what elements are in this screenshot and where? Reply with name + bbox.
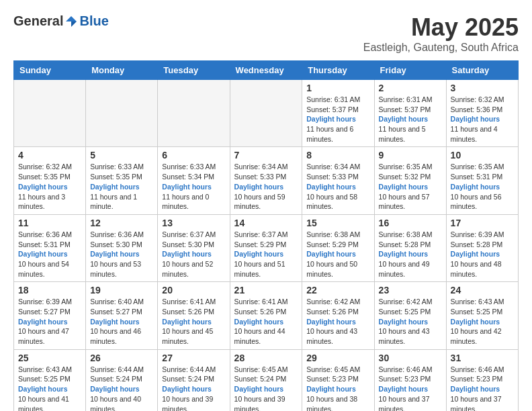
page-header: General Blue May 2025 Eastleigh, Gauteng… (13, 13, 519, 54)
day-info: Sunrise: 6:33 AMSunset: 5:35 PMDaylight … (90, 162, 153, 211)
day-info: Sunrise: 6:34 AMSunset: 5:33 PMDaylight … (306, 162, 369, 211)
day-info: Sunrise: 6:40 AMSunset: 5:27 PMDaylight … (90, 297, 153, 346)
daylight-label: Daylight hours (18, 250, 68, 258)
daylight-label: Daylight hours (306, 115, 356, 123)
daylight-label: Daylight hours (18, 318, 68, 326)
daylight-label: Daylight hours (162, 183, 212, 191)
day-number: 7 (234, 150, 298, 161)
day-info: Sunrise: 6:41 AMSunset: 5:26 PMDaylight … (234, 297, 298, 346)
day-info: Sunrise: 6:45 AMSunset: 5:24 PMDaylight … (234, 365, 298, 411)
day-info: Sunrise: 6:38 AMSunset: 5:29 PMDaylight … (306, 230, 369, 279)
logo: General Blue (13, 13, 109, 29)
daylight-label: Daylight hours (306, 385, 356, 393)
calendar-cell: 29Sunrise: 6:45 AMSunset: 5:23 PMDayligh… (302, 349, 374, 411)
day-info: Sunrise: 6:36 AMSunset: 5:31 PMDaylight … (18, 230, 81, 279)
daylight-label: Daylight hours (90, 318, 140, 326)
daylight-label: Daylight hours (234, 250, 284, 258)
day-info: Sunrise: 6:39 AMSunset: 5:27 PMDaylight … (18, 297, 81, 346)
calendar-cell: 13Sunrise: 6:37 AMSunset: 5:30 PMDayligh… (158, 214, 230, 281)
calendar-cell (158, 80, 230, 147)
day-number: 30 (379, 353, 442, 363)
day-number: 24 (451, 285, 514, 295)
daylight-label: Daylight hours (90, 250, 140, 258)
day-info: Sunrise: 6:35 AMSunset: 5:32 PMDaylight … (379, 162, 442, 211)
day-number: 22 (306, 285, 369, 295)
calendar-cell: 27Sunrise: 6:44 AMSunset: 5:24 PMDayligh… (158, 349, 230, 411)
day-number: 5 (90, 150, 153, 161)
calendar-cell: 11Sunrise: 6:36 AMSunset: 5:31 PMDayligh… (14, 214, 86, 281)
day-number: 21 (234, 285, 298, 295)
weekday-header-friday: Friday (374, 61, 446, 80)
day-info: Sunrise: 6:35 AMSunset: 5:31 PMDaylight … (451, 162, 514, 211)
day-number: 3 (451, 83, 514, 93)
day-number: 25 (18, 353, 81, 363)
daylight-label: Daylight hours (451, 183, 500, 191)
daylight-label: Daylight hours (18, 183, 68, 191)
daylight-label: Daylight hours (234, 318, 284, 326)
day-number: 10 (451, 150, 514, 161)
calendar-cell: 2Sunrise: 6:31 AMSunset: 5:37 PMDaylight… (374, 80, 446, 147)
calendar-cell: 21Sunrise: 6:41 AMSunset: 5:26 PMDayligh… (230, 282, 302, 349)
calendar-cell: 25Sunrise: 6:43 AMSunset: 5:25 PMDayligh… (14, 349, 86, 411)
daylight-label: Daylight hours (379, 183, 429, 191)
day-number: 2 (379, 83, 442, 93)
calendar-table: SundayMondayTuesdayWednesdayThursdayFrid… (13, 60, 519, 411)
calendar-cell: 23Sunrise: 6:42 AMSunset: 5:25 PMDayligh… (374, 282, 446, 349)
day-info: Sunrise: 6:39 AMSunset: 5:28 PMDaylight … (451, 230, 514, 279)
week-row-3: 11Sunrise: 6:36 AMSunset: 5:31 PMDayligh… (14, 214, 519, 281)
day-number: 31 (451, 353, 514, 363)
daylight-label: Daylight hours (234, 183, 284, 191)
week-row-5: 25Sunrise: 6:43 AMSunset: 5:25 PMDayligh… (14, 349, 519, 411)
day-info: Sunrise: 6:43 AMSunset: 5:25 PMDaylight … (451, 297, 514, 346)
daylight-label: Daylight hours (306, 250, 356, 258)
calendar-cell: 22Sunrise: 6:42 AMSunset: 5:26 PMDayligh… (302, 282, 374, 349)
day-number: 11 (18, 218, 81, 228)
daylight-label: Daylight hours (451, 385, 500, 393)
daylight-label: Daylight hours (451, 318, 500, 326)
calendar-cell: 16Sunrise: 6:38 AMSunset: 5:28 PMDayligh… (374, 214, 446, 281)
day-number: 8 (306, 150, 369, 161)
svg-marker-0 (66, 16, 77, 21)
calendar-cell: 1Sunrise: 6:31 AMSunset: 5:37 PMDaylight… (302, 80, 374, 147)
calendar-cell: 6Sunrise: 6:33 AMSunset: 5:34 PMDaylight… (158, 147, 230, 214)
weekday-header-saturday: Saturday (446, 61, 518, 80)
day-info: Sunrise: 6:46 AMSunset: 5:23 PMDaylight … (379, 365, 442, 411)
logo-blue: Blue (79, 13, 108, 29)
day-info: Sunrise: 6:46 AMSunset: 5:23 PMDaylight … (451, 365, 514, 411)
daylight-label: Daylight hours (379, 250, 429, 258)
day-number: 9 (379, 150, 442, 161)
day-number: 17 (451, 218, 514, 228)
calendar-cell: 30Sunrise: 6:46 AMSunset: 5:23 PMDayligh… (374, 349, 446, 411)
day-info: Sunrise: 6:31 AMSunset: 5:37 PMDaylight … (379, 95, 442, 144)
day-info: Sunrise: 6:42 AMSunset: 5:26 PMDaylight … (306, 297, 369, 346)
calendar-cell: 31Sunrise: 6:46 AMSunset: 5:23 PMDayligh… (446, 349, 518, 411)
day-info: Sunrise: 6:43 AMSunset: 5:25 PMDaylight … (18, 365, 81, 411)
day-number: 19 (90, 285, 153, 295)
day-info: Sunrise: 6:38 AMSunset: 5:28 PMDaylight … (379, 230, 442, 279)
day-number: 16 (379, 218, 442, 228)
calendar-cell: 9Sunrise: 6:35 AMSunset: 5:32 PMDaylight… (374, 147, 446, 214)
daylight-label: Daylight hours (90, 385, 140, 393)
calendar-cell: 10Sunrise: 6:35 AMSunset: 5:31 PMDayligh… (446, 147, 518, 214)
calendar-cell: 4Sunrise: 6:32 AMSunset: 5:35 PMDaylight… (14, 147, 86, 214)
daylight-label: Daylight hours (90, 183, 140, 191)
daylight-label: Daylight hours (162, 250, 212, 258)
week-row-1: 1Sunrise: 6:31 AMSunset: 5:37 PMDaylight… (14, 80, 519, 147)
day-number: 12 (90, 218, 153, 228)
day-number: 23 (379, 285, 442, 295)
weekday-header-sunday: Sunday (14, 61, 86, 80)
daylight-label: Daylight hours (306, 183, 356, 191)
daylight-label: Daylight hours (451, 250, 500, 258)
day-number: 6 (162, 150, 225, 161)
calendar-cell: 18Sunrise: 6:39 AMSunset: 5:27 PMDayligh… (14, 282, 86, 349)
day-info: Sunrise: 6:32 AMSunset: 5:35 PMDaylight … (18, 162, 81, 211)
daylight-label: Daylight hours (18, 385, 68, 393)
daylight-label: Daylight hours (162, 385, 212, 393)
week-row-2: 4Sunrise: 6:32 AMSunset: 5:35 PMDaylight… (14, 147, 519, 214)
daylight-label: Daylight hours (451, 115, 500, 123)
week-row-4: 18Sunrise: 6:39 AMSunset: 5:27 PMDayligh… (14, 282, 519, 349)
daylight-label: Daylight hours (379, 385, 429, 393)
logo-general: General (13, 13, 63, 29)
daylight-label: Daylight hours (379, 115, 429, 123)
svg-marker-1 (71, 21, 77, 27)
